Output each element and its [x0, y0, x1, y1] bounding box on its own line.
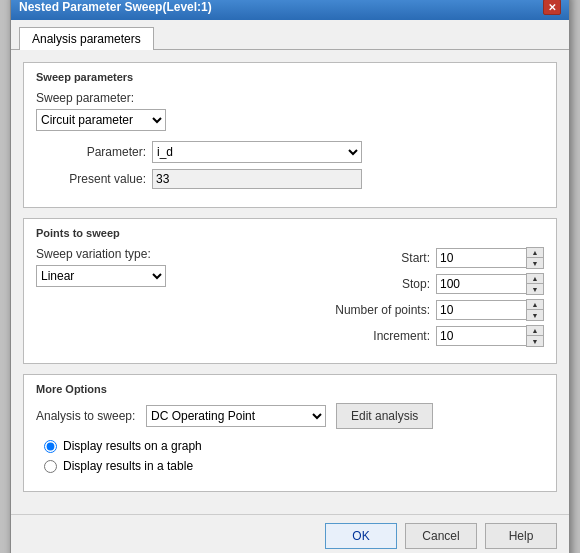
present-value-row: Present value:: [36, 169, 544, 189]
num-points-spin-buttons: ▲ ▼: [526, 299, 544, 321]
analysis-to-sweep-row: Analysis to sweep: DC Operating Point AC…: [36, 403, 544, 429]
num-points-down-btn[interactable]: ▼: [527, 310, 543, 320]
stop-down-btn[interactable]: ▼: [527, 284, 543, 294]
parameter-label: Parameter:: [36, 145, 146, 159]
tab-analysis-parameters[interactable]: Analysis parameters: [19, 27, 154, 50]
increment-down-btn[interactable]: ▼: [527, 336, 543, 346]
increment-up-btn[interactable]: ▲: [527, 326, 543, 336]
radio-table[interactable]: [44, 460, 57, 473]
ok-button[interactable]: OK: [325, 523, 397, 549]
increment-spin: ▲ ▼: [436, 325, 544, 347]
points-to-sweep-section: Points to sweep Sweep variation type: Li…: [23, 218, 557, 364]
num-points-row: Number of points: ▲ ▼: [212, 299, 544, 321]
radio-graph-label: Display results on a graph: [63, 439, 202, 453]
window-title: Nested Parameter Sweep(Level:1): [19, 0, 212, 14]
start-input[interactable]: [436, 248, 526, 268]
increment-spin-buttons: ▲ ▼: [526, 325, 544, 347]
parameter-row: Parameter: i_d: [36, 141, 544, 163]
analysis-dropdown[interactable]: DC Operating Point AC Analysis DC Sweep …: [146, 405, 326, 427]
stop-label: Stop:: [300, 277, 430, 291]
circuit-param-dropdown[interactable]: Circuit parameter: [36, 109, 166, 131]
radio-table-row: Display results in a table: [44, 459, 544, 473]
sweep-param-label: Sweep parameter:: [36, 91, 544, 105]
start-spin: ▲ ▼: [436, 247, 544, 269]
more-options-title: More Options: [36, 383, 544, 395]
sweep-parameters-title: Sweep parameters: [36, 71, 544, 83]
radio-table-label: Display results in a table: [63, 459, 193, 473]
increment-row: Increment: ▲ ▼: [212, 325, 544, 347]
stop-spin: ▲ ▼: [436, 273, 544, 295]
increment-input[interactable]: [436, 326, 526, 346]
sweep-variation-col: Sweep variation type: Linear Decade Octa…: [36, 247, 196, 287]
start-up-btn[interactable]: ▲: [527, 248, 543, 258]
parameter-dropdown[interactable]: i_d: [152, 141, 362, 163]
close-icon: ✕: [548, 2, 556, 13]
sweep-content-row: Sweep variation type: Linear Decade Octa…: [36, 247, 544, 351]
sweep-variation-label: Sweep variation type:: [36, 247, 196, 261]
stop-up-btn[interactable]: ▲: [527, 274, 543, 284]
edit-analysis-button[interactable]: Edit analysis: [336, 403, 433, 429]
increment-label: Increment:: [300, 329, 430, 343]
close-button[interactable]: ✕: [543, 0, 561, 15]
start-row: Start: ▲ ▼: [212, 247, 544, 269]
sweep-values-col: Start: ▲ ▼ Stop:: [212, 247, 544, 351]
title-bar: Nested Parameter Sweep(Level:1) ✕: [11, 0, 569, 20]
stop-row: Stop: ▲ ▼: [212, 273, 544, 295]
more-options-section: More Options Analysis to sweep: DC Opera…: [23, 374, 557, 492]
num-points-input[interactable]: [436, 300, 526, 320]
main-window: Nested Parameter Sweep(Level:1) ✕ Analys…: [10, 0, 570, 553]
start-spin-buttons: ▲ ▼: [526, 247, 544, 269]
num-points-up-btn[interactable]: ▲: [527, 300, 543, 310]
stop-input[interactable]: [436, 274, 526, 294]
start-down-btn[interactable]: ▼: [527, 258, 543, 268]
present-value-input[interactable]: [152, 169, 362, 189]
num-points-spin: ▲ ▼: [436, 299, 544, 321]
radio-graph[interactable]: [44, 440, 57, 453]
main-content: Sweep parameters Sweep parameter: Circui…: [11, 50, 569, 514]
tab-bar: Analysis parameters: [11, 20, 569, 50]
num-points-label: Number of points:: [300, 303, 430, 317]
sweep-parameters-section: Sweep parameters Sweep parameter: Circui…: [23, 62, 557, 208]
present-value-label: Present value:: [36, 172, 146, 186]
points-to-sweep-title: Points to sweep: [36, 227, 544, 239]
start-label: Start:: [300, 251, 430, 265]
stop-spin-buttons: ▲ ▼: [526, 273, 544, 295]
radio-graph-row: Display results on a graph: [44, 439, 544, 453]
footer: OK Cancel Help: [11, 514, 569, 553]
help-button[interactable]: Help: [485, 523, 557, 549]
radio-group: Display results on a graph Display resul…: [36, 439, 544, 473]
cancel-button[interactable]: Cancel: [405, 523, 477, 549]
analysis-to-sweep-label: Analysis to sweep:: [36, 409, 136, 423]
sweep-variation-dropdown[interactable]: Linear Decade Octave List: [36, 265, 166, 287]
